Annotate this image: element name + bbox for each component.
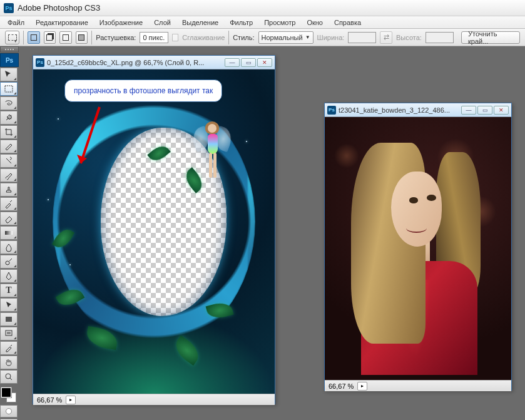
feather-label: Растушевка: [96, 34, 136, 41]
slice-tool[interactable] [0, 140, 18, 153]
rectangle-tool[interactable] [0, 312, 18, 326]
rect-sub-icon [63, 34, 69, 41]
document-statusbar-2: 66,67 % ▸ [325, 380, 511, 391]
menu-file[interactable]: Файл [3, 18, 29, 28]
tools-grip-icon[interactable] [0, 46, 19, 53]
chevron-down-icon: ▼ [13, 39, 18, 43]
brush-tool[interactable] [0, 168, 18, 182]
blur-tool[interactable] [0, 240, 18, 254]
chevron-down-icon: ▼ [305, 34, 310, 40]
document-window-1: Ps 0_125d2_c69bbc9c_XL.png @ 66,7% (Слой… [33, 55, 275, 404]
spot-healing-brush-tool[interactable] [0, 154, 18, 168]
hand-tool[interactable] [0, 356, 18, 369]
svg-rect-0 [5, 86, 13, 92]
eyedropper-tool[interactable] [0, 341, 18, 355]
menu-bar: Файл Редактирование Изображение Слой Выд… [0, 16, 525, 29]
style-value: Нормальный [262, 34, 303, 41]
menu-window[interactable]: Окно [302, 18, 328, 28]
move-tool[interactable] [0, 68, 18, 81]
eraser-tool[interactable] [0, 212, 18, 225]
zoom-level-1[interactable]: 66,67 % [37, 396, 62, 404]
annotation-callout: прозрачность в фотошопе выглядит так [64, 79, 222, 102]
menu-image[interactable]: Изображение [94, 18, 148, 28]
clone-stamp-tool[interactable] [0, 183, 18, 197]
feather-input[interactable]: 0 пикс. [140, 32, 168, 43]
horizontal-type-tool[interactable]: T [0, 284, 18, 297]
close-button[interactable]: ✕ [494, 106, 509, 115]
document-titlebar-2[interactable]: Ps t23041_katie_bowden_3_122_486... — ▭ … [325, 103, 511, 117]
maximize-button[interactable]: ▭ [477, 106, 492, 115]
app-logo-icon: Ps [4, 3, 14, 13]
menu-help[interactable]: Справка [329, 18, 366, 28]
crop-tool[interactable] [0, 125, 18, 139]
ps-home-icon[interactable]: Ps [0, 53, 19, 67]
file-icon: Ps [36, 58, 44, 67]
magic-wand-tool[interactable] [0, 111, 18, 125]
notes-tool[interactable] [0, 327, 18, 341]
rect-add-icon [46, 34, 53, 41]
document-title-2: t23041_katie_bowden_3_122_486... [339, 106, 459, 114]
selection-new-button[interactable] [28, 31, 40, 44]
photo-subject [344, 138, 492, 375]
document-canvas-2[interactable] [325, 117, 511, 380]
antialias-checkbox [172, 34, 179, 41]
document-canvas-1[interactable]: прозрачность в фотошопе выглядит так [33, 69, 275, 394]
zoom-tool[interactable] [0, 370, 18, 384]
dodge-tool[interactable] [0, 255, 18, 269]
red-arrow-icon [74, 101, 112, 176]
history-brush-tool[interactable] [0, 197, 18, 211]
status-info-button[interactable]: ▸ [66, 396, 76, 404]
document-title-1: 0_125d2_c69bbc9c_XL.png @ 66,7% (Слой 0,… [47, 59, 222, 66]
svg-point-5 [6, 374, 11, 379]
gradient-tool[interactable] [0, 226, 18, 240]
foreground-color-swatch[interactable] [1, 387, 11, 397]
rectangular-marquee-tool[interactable] [0, 82, 18, 96]
rect-int-icon [78, 34, 84, 41]
menu-layer[interactable]: Слой [149, 18, 176, 28]
app-titlebar: Ps Adobe Photoshop CS3 [0, 0, 525, 16]
style-select[interactable]: Нормальный ▼ [258, 31, 313, 44]
refine-edge-button[interactable]: Уточнить край... [461, 31, 520, 44]
height-input [426, 32, 454, 43]
style-label: Стиль: [233, 34, 254, 41]
file-icon: Ps [327, 106, 336, 115]
divider [91, 31, 92, 44]
quick-mask-toggle[interactable] [0, 405, 18, 417]
document-statusbar-1: 66,67 % ▸ [33, 394, 275, 405]
width-label: Ширина: [317, 34, 345, 41]
svg-point-2 [6, 261, 9, 265]
document-window-2: Ps t23041_katie_bowden_3_122_486... — ▭ … [324, 103, 512, 391]
status-info-button[interactable]: ▸ [357, 382, 367, 391]
options-bar: ▼ Растушевка: 0 пикс. Сглаживание Стиль:… [0, 29, 525, 46]
menu-filter[interactable]: Фильтр [225, 18, 258, 28]
svg-rect-1 [5, 231, 13, 235]
close-button[interactable]: ✕ [257, 58, 272, 67]
fairy-illustration [194, 115, 232, 184]
selection-subtract-button[interactable] [59, 31, 72, 44]
path-selection-tool[interactable] [0, 298, 18, 312]
color-swatches[interactable] [0, 386, 18, 404]
document-titlebar-1[interactable]: Ps 0_125d2_c69bbc9c_XL.png @ 66,7% (Слой… [33, 56, 275, 69]
menu-view[interactable]: Просмотр [259, 18, 300, 28]
divider [23, 31, 24, 44]
pen-tool[interactable] [0, 269, 18, 283]
antialias-label: Сглаживание [182, 34, 225, 41]
zoom-level-2[interactable]: 66,67 % [329, 382, 354, 390]
svg-rect-4 [6, 330, 12, 335]
menu-select[interactable]: Выделение [177, 18, 223, 28]
svg-rect-3 [6, 317, 12, 322]
swap-wh-button: ⇄ [380, 31, 392, 44]
app-title: Adobe Photoshop CS3 [18, 3, 100, 13]
selection-add-button[interactable] [44, 31, 56, 44]
rect-icon [31, 34, 37, 41]
minimize-button[interactable]: — [461, 106, 476, 115]
lasso-tool[interactable] [0, 96, 18, 110]
height-label: Высота: [396, 34, 422, 41]
minimize-button[interactable]: — [225, 58, 240, 67]
tool-preset-picker[interactable]: ▼ [5, 31, 19, 44]
selection-intersect-button[interactable] [76, 31, 88, 44]
divider [228, 31, 229, 44]
width-input [348, 32, 376, 43]
maximize-button[interactable]: ▭ [241, 58, 256, 67]
menu-edit[interactable]: Редактирование [31, 18, 93, 28]
